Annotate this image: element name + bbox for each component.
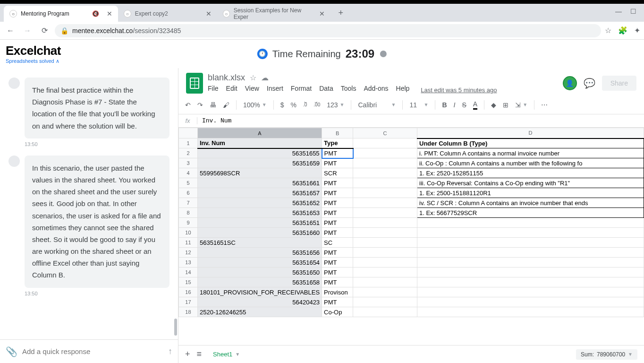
- row-header[interactable]: 8: [179, 208, 198, 218]
- window-minimize[interactable]: —: [615, 8, 622, 15]
- zoom-select[interactable]: 100% ▼: [243, 101, 267, 109]
- cell[interactable]: [353, 287, 417, 297]
- cell[interactable]: [353, 258, 417, 268]
- row-header[interactable]: 5: [179, 178, 198, 188]
- new-tab-button[interactable]: +: [334, 6, 347, 19]
- undo-button[interactable]: ↶: [185, 101, 191, 109]
- cell[interactable]: 180101_PROVISION_FOR_RECEIVABLES: [197, 287, 322, 297]
- cell[interactable]: [417, 297, 644, 307]
- cell[interactable]: [353, 168, 417, 178]
- cell[interactable]: Provison: [322, 287, 353, 297]
- cell[interactable]: PMT: [322, 158, 353, 168]
- select-all-cell[interactable]: [179, 128, 198, 138]
- cell[interactable]: [353, 307, 417, 317]
- cell[interactable]: Inv. Num: [197, 138, 322, 148]
- tab-session-examples[interactable]: ○ Session Examples for New Exper ✕: [217, 6, 330, 22]
- merge-button[interactable]: ⇲ ▼: [515, 101, 527, 109]
- text-color-button[interactable]: A: [473, 100, 477, 110]
- forward-button[interactable]: →: [21, 24, 34, 37]
- cell[interactable]: 1. Ex: 2500-151881120R1: [417, 188, 644, 198]
- font-select[interactable]: Calibri ▼: [358, 101, 396, 109]
- percent-button[interactable]: %: [291, 101, 297, 109]
- menu-data[interactable]: Data: [319, 85, 333, 94]
- row-header[interactable]: 17: [179, 297, 198, 307]
- cell[interactable]: 56351654: [197, 258, 322, 268]
- cell[interactable]: 56351660: [197, 228, 322, 238]
- borders-button[interactable]: ⊞: [503, 101, 508, 109]
- sheet-tab[interactable]: Sheet1 ▼: [208, 348, 245, 361]
- window-maximize[interactable]: ☐: [630, 8, 636, 15]
- sheets-logo-icon[interactable]: [186, 73, 203, 94]
- cell[interactable]: [417, 228, 644, 238]
- row-header[interactable]: 1: [179, 138, 198, 148]
- column-header-B[interactable]: B: [322, 128, 353, 138]
- format-select[interactable]: 123▼: [327, 101, 344, 109]
- cell[interactable]: iv. SC / SCR : Column A contains an invo…: [417, 198, 644, 208]
- cell[interactable]: SC: [322, 238, 353, 248]
- cell[interactable]: [417, 248, 644, 258]
- redo-button[interactable]: ↷: [197, 101, 203, 109]
- row-header[interactable]: 7: [179, 198, 198, 208]
- cell[interactable]: PMT: [322, 148, 353, 158]
- cell[interactable]: PMT: [322, 248, 353, 258]
- cell[interactable]: PMT: [322, 178, 353, 188]
- cell[interactable]: PMT: [322, 258, 353, 268]
- row-header[interactable]: 12: [179, 248, 198, 258]
- menu-tools[interactable]: Tools: [341, 85, 356, 94]
- scrollbar-thumb[interactable]: [174, 319, 177, 336]
- cell[interactable]: [353, 248, 417, 258]
- cell[interactable]: 56351655: [197, 148, 322, 158]
- column-header-A[interactable]: A: [197, 128, 322, 138]
- cell[interactable]: SCR: [322, 168, 353, 178]
- cell[interactable]: PMT: [322, 297, 353, 307]
- cell[interactable]: [417, 258, 644, 268]
- cell[interactable]: [353, 238, 417, 248]
- menu-edit[interactable]: Edit: [226, 85, 237, 94]
- cell[interactable]: 55995698SCR: [197, 168, 322, 178]
- cell[interactable]: [353, 268, 417, 277]
- cell[interactable]: 56351650: [197, 268, 322, 277]
- row-header[interactable]: 16: [179, 287, 198, 297]
- row-header[interactable]: 10: [179, 228, 198, 238]
- cell[interactable]: [353, 218, 417, 228]
- cell[interactable]: [417, 268, 644, 277]
- paint-format-button[interactable]: 🖌: [223, 101, 229, 109]
- info-icon[interactable]: [380, 51, 387, 57]
- cell[interactable]: 2520-126246255: [197, 307, 322, 317]
- cell[interactable]: PMT: [322, 218, 353, 228]
- collaborator-avatar[interactable]: 👤: [563, 76, 577, 90]
- cell[interactable]: [353, 198, 417, 208]
- row-header[interactable]: 13: [179, 258, 198, 268]
- menu-file[interactable]: File: [208, 85, 219, 94]
- cell[interactable]: 56351657: [197, 188, 322, 198]
- cell[interactable]: i. PMT: Column A contains a normal invoi…: [417, 148, 644, 158]
- add-sheet-button[interactable]: +: [185, 349, 190, 359]
- cell[interactable]: 1. Ex: 56677529SCR: [417, 208, 644, 218]
- row-header[interactable]: 6: [179, 188, 198, 198]
- dec-decimal-button[interactable]: .0←: [303, 102, 307, 107]
- last-edit-link[interactable]: Last edit was 5 minutes ago: [421, 86, 497, 94]
- cell[interactable]: [353, 188, 417, 198]
- menu-addons[interactable]: Add-ons: [364, 85, 388, 94]
- fill-color-button[interactable]: ◆: [491, 101, 496, 109]
- extension-icon[interactable]: 🧩: [618, 26, 627, 35]
- tab-mentoring[interactable]: ○ Mentoring Program 🔇 ✕: [4, 6, 118, 22]
- cloud-icon[interactable]: ☁: [261, 73, 269, 82]
- cell[interactable]: 56420423: [197, 297, 322, 307]
- row-header[interactable]: 18: [179, 307, 198, 317]
- row-header[interactable]: 2: [179, 148, 198, 158]
- cell[interactable]: [353, 178, 417, 188]
- spreadsheet-grid[interactable]: ABCD1Inv. NumTypeUnder Column B (Type)25…: [178, 128, 644, 345]
- cell[interactable]: Co-Op: [322, 307, 353, 317]
- cell[interactable]: Under Column B (Type): [417, 138, 644, 148]
- cell[interactable]: 56351651SC: [197, 238, 322, 248]
- cell[interactable]: [417, 238, 644, 248]
- chat-input[interactable]: [22, 347, 163, 355]
- formula-input[interactable]: Inv. Num: [197, 117, 231, 124]
- menu-help[interactable]: Help: [396, 85, 410, 94]
- cell[interactable]: PMT: [322, 277, 353, 287]
- tab-expert[interactable]: ○ Expert copy2 ✕: [118, 6, 217, 22]
- cell[interactable]: [417, 277, 644, 287]
- cell[interactable]: PMT: [322, 198, 353, 208]
- strike-button[interactable]: S: [462, 101, 466, 109]
